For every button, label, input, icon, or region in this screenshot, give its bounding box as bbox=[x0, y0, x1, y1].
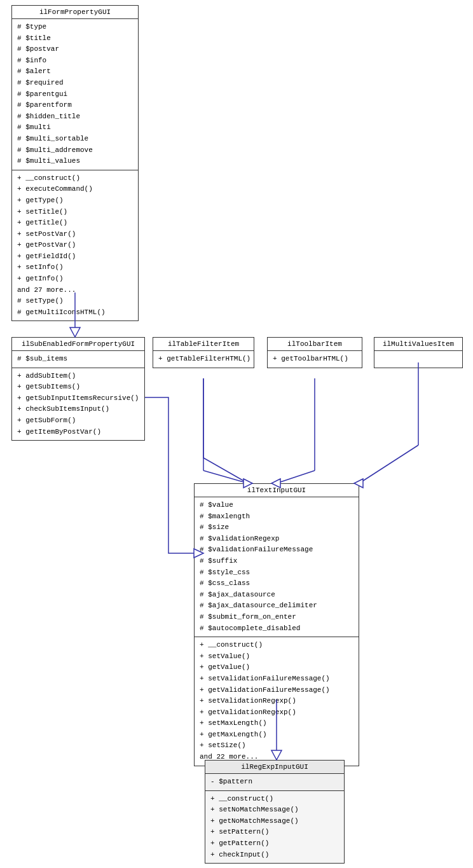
box-methods-ilSubEnabledFormPropertyGUI: + addSubItem() + getSubItems() + getSubI… bbox=[12, 368, 144, 441]
box-methods-ilFormPropertyGUI: + __construct() + executeCommand() + get… bbox=[12, 170, 138, 321]
box-title-ilSubEnabledFormPropertyGUI: ilSubEnabledFormPropertyGUI bbox=[12, 338, 144, 351]
svg-line-8 bbox=[277, 471, 315, 483]
box-ilMultiValuesItem: ilMultiValuesItem bbox=[374, 337, 463, 368]
box-title-ilRegExpInputGUI: ilRegExpInputGUI bbox=[205, 761, 344, 774]
box-title-ilToolbarItem: ilToolbarItem bbox=[268, 338, 362, 351]
box-ilTextInputGUI: ilTextInputGUI # $value # $maxlength # $… bbox=[194, 483, 359, 766]
box-attributes-ilSubEnabledFormPropertyGUI: # $sub_items bbox=[12, 351, 144, 368]
box-title-ilFormPropertyGUI: ilFormPropertyGUI bbox=[12, 6, 138, 19]
box-title-ilMultiValuesItem: ilMultiValuesItem bbox=[374, 338, 462, 351]
svg-line-11 bbox=[359, 445, 418, 483]
box-attributes-ilRegExpInputGUI: - $pattern bbox=[205, 774, 344, 791]
box-methods-ilToolbarItem: + getToolbarHTML() bbox=[268, 351, 362, 368]
diagram-container: ilFormPropertyGUI # $type # $title # $po… bbox=[0, 0, 473, 868]
box-ilTableFilterItem: ilTableFilterItem + getTableFilterHTML() bbox=[153, 337, 254, 368]
box-ilSubEnabledFormPropertyGUI: ilSubEnabledFormPropertyGUI # $sub_items… bbox=[11, 337, 145, 441]
box-title-ilTextInputGUI: ilTextInputGUI bbox=[195, 484, 359, 497]
box-ilRegExpInputGUI: ilRegExpInputGUI - $pattern + __construc… bbox=[205, 760, 345, 864]
box-methods-ilMultiValuesItem bbox=[374, 351, 462, 368]
box-ilFormPropertyGUI: ilFormPropertyGUI # $type # $title # $po… bbox=[11, 5, 139, 321]
box-ilToolbarItem: ilToolbarItem + getToolbarHTML() bbox=[267, 337, 362, 368]
box-attributes-ilFormPropertyGUI: # $type # $title # $postvar # $info # $a… bbox=[12, 19, 138, 170]
box-methods-ilRegExpInputGUI: + __construct() + setNoMatchMessage() + … bbox=[205, 791, 344, 864]
box-methods-ilTableFilterItem: + getTableFilterHTML() bbox=[153, 351, 254, 368]
box-title-ilTableFilterItem: ilTableFilterItem bbox=[153, 338, 254, 351]
box-attributes-ilTextInputGUI: # $value # $maxlength # $size # $validat… bbox=[195, 497, 359, 637]
svg-marker-1 bbox=[70, 327, 80, 337]
box-methods-ilTextInputGUI: + __construct() + setValue() + getValue(… bbox=[195, 637, 359, 766]
svg-line-5 bbox=[203, 471, 248, 483]
